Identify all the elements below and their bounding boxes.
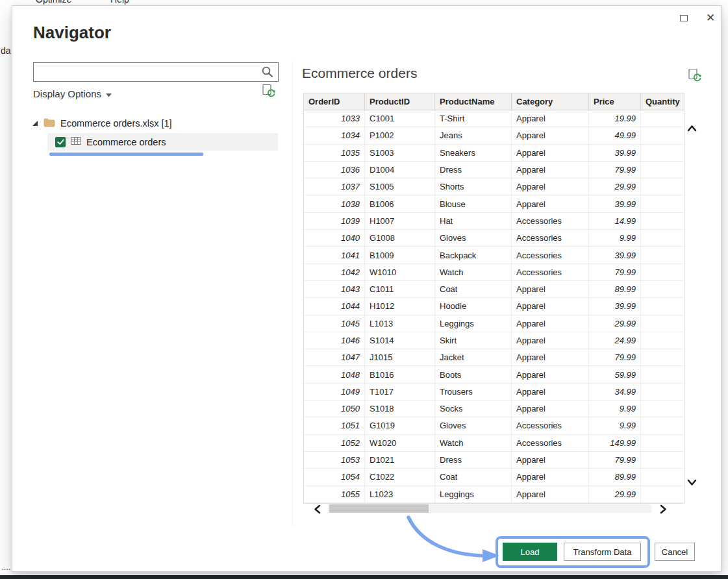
table-cell: Jeans: [435, 127, 512, 144]
table-cell: 79.99: [589, 349, 641, 366]
table-cell: Apparel: [512, 384, 589, 400]
bottom-bar: [0, 575, 728, 579]
column-header-price[interactable]: Price: [589, 93, 641, 110]
scroll-left-icon[interactable]: [314, 504, 321, 517]
sheet-row[interactable]: Ecommerce orders: [47, 133, 278, 151]
table-cell: 1041: [304, 247, 365, 264]
table-cell: B1006: [365, 195, 435, 212]
table-cell: 79.99: [589, 162, 641, 179]
table-cell: Watch: [435, 264, 512, 281]
table-cell: Apparel: [512, 332, 589, 349]
background-dots: ....: [1, 562, 10, 572]
search-input[interactable]: [33, 62, 279, 82]
table-cell: 79.99: [589, 452, 641, 469]
table-row: 1052W1020WatchAccessories149.99: [304, 435, 684, 452]
table-cell: C1001: [365, 110, 435, 127]
table-cell: 89.99: [589, 469, 641, 486]
table-cell: Apparel: [512, 452, 589, 469]
table-cell: P1002: [365, 127, 435, 144]
annotation-underline: [49, 153, 203, 156]
table-cell: [641, 264, 684, 281]
table-row: 1053D1021DressApparel79.99: [304, 452, 684, 469]
table-cell: Watch: [435, 435, 512, 452]
close-button[interactable]: ✕: [701, 8, 720, 27]
table-row: 1043C1011CoatApparel89.99: [304, 281, 684, 298]
table-cell: 9.99: [589, 400, 641, 417]
preview-refresh-icon[interactable]: [688, 68, 702, 82]
maximize-button[interactable]: [675, 10, 693, 27]
table-cell: [641, 469, 684, 486]
table-cell: 149.99: [589, 435, 641, 452]
table-cell: Accessories: [512, 213, 589, 230]
table-cell: [641, 366, 684, 383]
table-cell: 9.99: [589, 230, 641, 247]
table-cell: 1051: [304, 417, 365, 434]
table-cell: G1008: [365, 230, 435, 247]
table-cell: Apparel: [512, 349, 589, 366]
workbook-row[interactable]: Ecommerce orders.xlsx [1]: [32, 115, 172, 132]
table-row: 1045L1013LeggingsApparel29.99: [304, 315, 684, 332]
table-cell: Gloves: [435, 230, 512, 247]
table-row: 1036D1004DressApparel79.99: [304, 162, 684, 179]
table-row: 1040G1008GlovesAccessories9.99: [304, 230, 684, 247]
table-cell: Accessories: [512, 417, 589, 434]
table-cell: C1011: [365, 281, 435, 298]
table-cell: [641, 162, 684, 179]
sheet-checkbox[interactable]: [55, 137, 66, 147]
table-row: 1041B1009BackpackAccessories39.99: [304, 247, 684, 264]
table-cell: 1047: [304, 349, 365, 366]
table-row: 1050S1018SocksApparel9.99: [304, 400, 684, 417]
table-row: 1047J1015JacketApparel79.99: [304, 349, 684, 366]
column-header-orderid[interactable]: OrderID: [304, 93, 365, 110]
tree-refresh-icon[interactable]: [262, 84, 276, 98]
scroll-down-icon[interactable]: [687, 477, 697, 489]
search-icon[interactable]: [261, 66, 274, 79]
table-cell: Coat: [435, 469, 512, 486]
table-cell: 19.99: [589, 110, 641, 127]
column-header-productid[interactable]: ProductID: [365, 93, 435, 110]
table-cell: 1035: [304, 145, 365, 162]
table-cell: W1020: [365, 435, 435, 452]
preview-title: Ecommerce orders: [302, 66, 417, 81]
table-cell: [641, 486, 684, 503]
table-cell: Trousers: [435, 384, 512, 400]
table-cell: Hoodie: [435, 298, 512, 315]
menu-item-optimize[interactable]: Optimize: [36, 0, 71, 5]
table-cell: B1016: [365, 366, 435, 383]
table-cell: T-Shirt: [435, 110, 512, 127]
table-cell: W1010: [365, 264, 435, 281]
preview-header-row: OrderIDProductIDProductNameCategoryPrice…: [304, 93, 684, 110]
column-header-quantity[interactable]: Quantity: [641, 93, 684, 110]
table-cell: Leggings: [435, 486, 512, 503]
maximize-icon: [680, 15, 688, 21]
table-row: 1054C1022CoatApparel89.99: [304, 469, 684, 486]
tree-expander-icon[interactable]: [32, 118, 38, 129]
table-cell: Apparel: [512, 162, 589, 179]
menu-item-help[interactable]: Help: [110, 0, 129, 5]
scroll-right-icon[interactable]: [660, 504, 667, 517]
table-cell: 1049: [304, 384, 365, 400]
table-cell: 1037: [304, 179, 365, 195]
column-header-productname[interactable]: ProductName: [435, 93, 512, 110]
table-cell: 39.99: [589, 195, 641, 212]
column-header-category[interactable]: Category: [512, 93, 589, 110]
transform-data-button[interactable]: Transform Data: [564, 543, 641, 561]
table-cell: Apparel: [512, 195, 589, 212]
scroll-up-icon[interactable]: [687, 123, 697, 134]
table-cell: 39.99: [589, 145, 641, 162]
table-cell: Jacket: [435, 349, 512, 366]
table-cell: Apparel: [512, 486, 589, 503]
table-cell: 89.99: [589, 281, 641, 298]
table-cell: L1013: [365, 315, 435, 332]
folder-icon: [44, 118, 55, 129]
dialog-title: Navigator: [33, 23, 111, 43]
cancel-button[interactable]: Cancel: [655, 543, 695, 561]
table-cell: Apparel: [512, 110, 589, 127]
table-cell: [641, 384, 684, 400]
table-cell: 1050: [304, 400, 365, 417]
table-cell: 14.99: [589, 213, 641, 230]
vertical-scrollbar[interactable]: [686, 110, 698, 498]
table-cell: Gloves: [435, 417, 512, 434]
display-options-dropdown[interactable]: Display Options: [33, 86, 112, 101]
table-cell: 24.99: [589, 332, 641, 349]
